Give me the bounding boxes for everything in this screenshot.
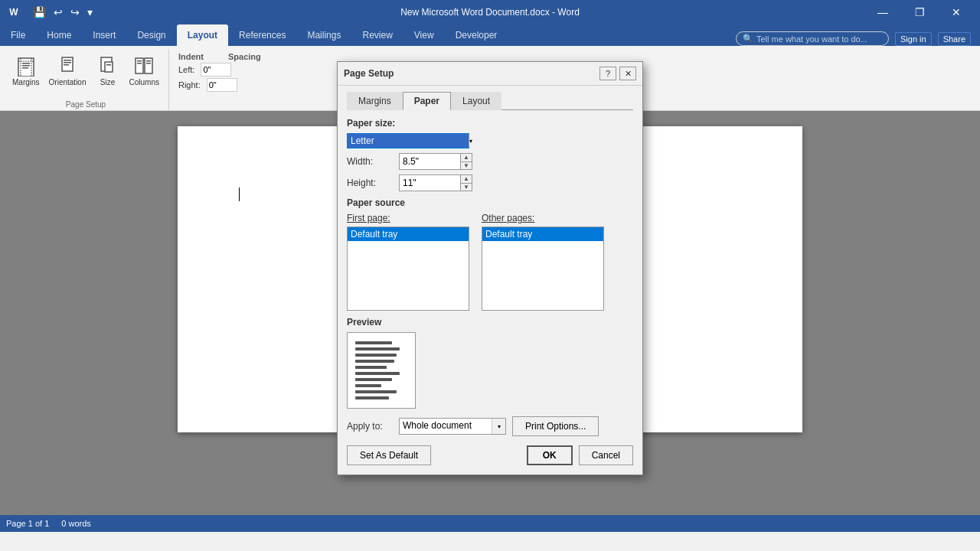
paper-size-row: ▾ [347,133,633,148]
height-spin-buttons: ▲ ▼ [460,174,472,191]
print-options-button[interactable]: Print Options... [512,416,599,436]
first-page-label: First page: [347,213,469,223]
width-spin-buttons: ▲ ▼ [460,153,472,170]
tab-margins[interactable]: Margins [347,92,403,110]
paper-size-input[interactable] [348,134,469,148]
page-setup-dialog: Page Setup ? ✕ Margins Paper Layout Pape… [337,61,643,475]
width-spinner: ▲ ▼ [399,153,472,170]
paper-size-combo[interactable]: ▾ [347,133,469,148]
preview-section: Preview [347,317,633,409]
width-row: Width: ▲ ▼ [347,153,633,170]
first-page-default-tray[interactable]: Default tray [348,227,469,241]
preview-line-10 [355,396,389,399]
height-spinner: ▲ ▼ [399,174,472,191]
other-pages-label: Other pages: [482,213,604,223]
dialog-close-button[interactable]: ✕ [619,67,636,80]
height-increment-button[interactable]: ▲ [461,175,472,184]
preview-line-7 [355,378,392,381]
apply-to-label: Apply to: [347,421,393,432]
height-row: Height: ▲ ▼ [347,174,633,191]
paper-source-section: Paper source First page: Default tray Ot… [347,197,633,311]
paper-size-dropdown-arrow[interactable]: ▾ [469,134,472,148]
paper-source-columns: First page: Default tray Other pages: De… [347,213,633,311]
preview-label: Preview [347,317,633,328]
preview-line-5 [355,366,387,369]
modal-overlay: Page Setup ? ✕ Margins Paper Layout Pape… [0,0,980,551]
width-input[interactable] [399,153,460,170]
height-label: Height: [347,178,393,188]
other-pages-col: Other pages: Default tray [482,213,604,311]
paper-source-label: Paper source [347,197,633,208]
other-pages-listbox[interactable]: Default tray [482,227,604,311]
dialog-tabs: Margins Paper Layout [347,92,633,110]
dialog-title: Page Setup [344,68,394,79]
set-as-default-button[interactable]: Set As Default [347,445,431,465]
dialog-footer-left: Set As Default [347,445,431,465]
width-increment-button[interactable]: ▲ [461,154,472,162]
preview-line-2 [355,347,400,350]
dialog-titlebar-buttons: ? ✕ [599,67,636,80]
width-label: Width: [347,156,393,167]
first-page-col: First page: Default tray [347,213,469,311]
apply-to-value: Whole document [400,419,492,434]
ok-button[interactable]: OK [527,445,573,465]
dialog-footer: Set As Default OK Cancel [347,445,633,465]
cancel-button[interactable]: Cancel [579,445,633,465]
height-decrement-button[interactable]: ▼ [461,184,472,191]
height-input[interactable] [399,174,460,191]
apply-to-row: Apply to: Whole document ▾ Print Options… [347,416,633,436]
apply-to-combo[interactable]: Whole document ▾ [399,418,506,435]
width-decrement-button[interactable]: ▼ [461,162,472,170]
first-page-listbox[interactable]: Default tray [347,227,469,311]
preview-line-1 [355,341,392,344]
tab-layout[interactable]: Layout [451,92,501,110]
other-pages-default-tray[interactable]: Default tray [482,227,603,241]
preview-line-8 [355,384,381,387]
dialog-body: Margins Paper Layout Paper size: ▾ Width… [338,86,642,474]
dialog-titlebar: Page Setup ? ✕ [338,62,642,86]
preview-line-3 [355,354,397,357]
preview-line-9 [355,390,397,393]
preview-line-6 [355,372,400,375]
tab-paper[interactable]: Paper [403,92,451,110]
preview-box [347,332,416,409]
apply-to-dropdown-arrow[interactable]: ▾ [492,419,505,434]
paper-size-section-label: Paper size: [347,118,633,129]
preview-line-4 [355,360,394,363]
dialog-help-button[interactable]: ? [599,67,616,80]
